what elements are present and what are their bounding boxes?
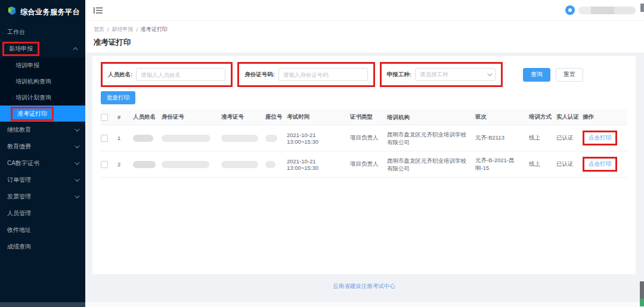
app-logo: 综合业务服务平台 — [0, 0, 85, 24]
row-name-redacted — [133, 135, 162, 142]
row-training-org: 昆明市盘龙区元齐职业培训学校有限公司 — [387, 131, 475, 146]
job-type-placeholder: 请选择工种 — [420, 71, 448, 79]
search-button[interactable]: 查询 — [523, 68, 550, 82]
sidebar-item-label: 成绩查询 — [7, 243, 31, 251]
annotation-redbox: 点击打印 — [583, 131, 617, 145]
sidebar-item-training-plan-query[interactable]: 培训计划查询 — [0, 89, 85, 106]
horizontal-scrollbar[interactable] — [0, 302, 644, 307]
filter-name-group: 人员姓名: — [101, 62, 233, 87]
username-redacted — [578, 7, 636, 14]
col-training-method: 培训方式 — [529, 113, 556, 121]
row-action-cell: 点击打印 — [583, 131, 627, 145]
sidebar-item-training-org-query[interactable]: 培训机构查询 — [0, 73, 85, 89]
reset-button[interactable]: 重置 — [556, 68, 583, 82]
content-card: 人员姓名: 身份证号码: 申报工种: 请选择工种 查询 重置 — [92, 56, 636, 274]
footer-link[interactable]: 云南省建设注册考试中心 — [333, 283, 395, 289]
name-label: 人员姓名: — [108, 71, 132, 79]
row-training-org: 昆明市盘龙区元齐职业培训学校有限公司 — [387, 157, 475, 172]
select-all-checkbox[interactable] — [101, 114, 108, 121]
col-id-number: 身份证号 — [162, 113, 221, 121]
row-select-cell — [101, 135, 117, 142]
chevron-down-icon — [75, 176, 79, 181]
annotation-redbox: 准考证打印 — [11, 107, 54, 121]
chevron-down-icon — [75, 193, 79, 198]
sidebar-item-label: 继续教育 — [7, 126, 31, 134]
col-exam-time: 考试时间 — [287, 113, 350, 121]
sidebar-item-label: 准考证打印 — [17, 110, 47, 117]
batch-print-button[interactable]: 批量打印 — [101, 91, 135, 104]
sidebar-item-label: 收件地址 — [7, 226, 31, 234]
sidebar-item-label: 培训申报 — [16, 61, 39, 70]
sidebar-item-label: 培训计划查询 — [16, 94, 51, 102]
breadcrumb-new-training[interactable]: 新培申报 — [112, 26, 134, 33]
select-all-cell — [101, 114, 117, 121]
breadcrumb: 首页 / 新培申报 / 准考证打印 — [94, 26, 636, 33]
sidebar-item-education-payment[interactable]: 教育缴费 — [0, 138, 85, 155]
row-action-cell: 点击打印 — [583, 157, 627, 172]
sidebar-item-invoice-management[interactable]: 发票管理 — [0, 188, 85, 205]
results-table: # 人员姓名 身份证号 准考证号 座位号 考试时间 证书类型 培训机构 班次 培… — [101, 110, 627, 178]
sidebar-item-personnel-management[interactable]: 人员管理 — [0, 205, 85, 222]
id-number-label: 身份证号码: — [244, 71, 275, 79]
row-ticket-redacted — [221, 161, 265, 168]
user-account-area[interactable] — [565, 5, 636, 15]
topbar — [85, 0, 644, 20]
col-cert-type: 证书类型 — [350, 113, 387, 121]
click-print-link[interactable]: 点击打印 — [589, 160, 611, 167]
col-class: 班次 — [475, 113, 529, 121]
sidebar-item-label: 培训机构查询 — [16, 77, 51, 86]
row-seat-redacted — [265, 135, 287, 142]
name-input[interactable] — [136, 68, 225, 81]
row-id-redacted — [162, 161, 221, 168]
row-exam-time: 2021-10-21 13:00~15:30 — [287, 158, 350, 171]
sidebar-item-admission-ticket-print[interactable]: 准考证打印 — [0, 106, 85, 122]
col-ticket-number: 准考证号 — [221, 113, 265, 121]
sidebar-item-new-training-declare[interactable]: 新培申报 — [0, 41, 85, 57]
horizontal-scrollbar-sidebar-section[interactable] — [0, 302, 85, 307]
sidebar-item-score-query[interactable]: 成绩查询 — [0, 238, 85, 255]
sidebar-item-order-management[interactable]: 订单管理 — [0, 172, 85, 188]
content-area: 人员姓名: 身份证号码: 申报工种: 请选择工种 查询 重置 — [85, 52, 644, 302]
collapse-sidebar-icon[interactable] — [94, 7, 103, 14]
sidebar-item-continuing-education[interactable]: 继续教育 — [0, 122, 85, 138]
col-identity-auth: 实人认证 — [556, 113, 583, 121]
job-type-select[interactable]: 请选择工种 — [415, 68, 496, 81]
col-seat: 座位号 — [265, 113, 287, 121]
row-index: 2 — [117, 161, 133, 168]
app-window: 综合业务服务平台 工作台 新培申报 培训申报 培训机构查询 培训计划查询 准考证… — [0, 0, 644, 307]
sidebar-item-ca-certificate[interactable]: CA数字证书 — [0, 155, 85, 172]
row-identity-auth: 已认证 — [556, 160, 583, 168]
sidebar-item-workbench[interactable]: 工作台 — [0, 24, 85, 41]
table-row: 2 2021-10-21 13:00~15:30 项目负责人 昆明市盘龙区元齐职… — [101, 151, 627, 178]
breadcrumb-home[interactable]: 首页 — [94, 26, 104, 33]
row-checkbox[interactable] — [101, 135, 108, 142]
vertical-scrollbar-marker[interactable] — [640, 299, 644, 306]
vertical-scrollbar-thumb-bottom[interactable] — [640, 281, 644, 299]
filter-buttons: 查询 重置 — [523, 68, 583, 82]
chevron-down-icon — [75, 143, 79, 148]
row-identity-auth: 已认证 — [556, 134, 583, 142]
breadcrumb-separator: / — [107, 27, 109, 33]
sidebar-item-label: 教育缴费 — [7, 142, 31, 151]
annotation-redbox: 新培申报 — [2, 42, 39, 56]
click-print-link[interactable]: 点击打印 — [589, 134, 611, 141]
breadcrumb-current: 准考证打印 — [141, 26, 168, 33]
app-title: 综合业务服务平台 — [20, 7, 80, 17]
row-select-cell — [101, 161, 117, 168]
vertical-scrollbar-thumb-top[interactable] — [640, 4, 644, 12]
row-index: 1 — [117, 135, 133, 141]
row-checkbox[interactable] — [101, 161, 108, 168]
chevron-up-icon — [73, 47, 78, 52]
col-training-org: 培训机构 — [387, 113, 475, 121]
sidebar-item-training-declare[interactable]: 培训申报 — [0, 57, 85, 73]
chevron-down-icon — [487, 71, 492, 76]
row-id-redacted — [162, 135, 221, 142]
breadcrumb-bar: 首页 / 新培申报 / 准考证打印 准考证打印 — [85, 20, 644, 52]
chevron-down-icon — [75, 126, 79, 131]
sidebar-item-shipping-address[interactable]: 收件地址 — [0, 222, 85, 238]
sidebar-item-label: CA数字证书 — [7, 159, 39, 168]
row-training-method: 线上 — [529, 160, 556, 168]
row-ticket-redacted — [221, 135, 265, 142]
avatar-icon — [565, 5, 575, 15]
id-number-input[interactable] — [278, 68, 368, 81]
